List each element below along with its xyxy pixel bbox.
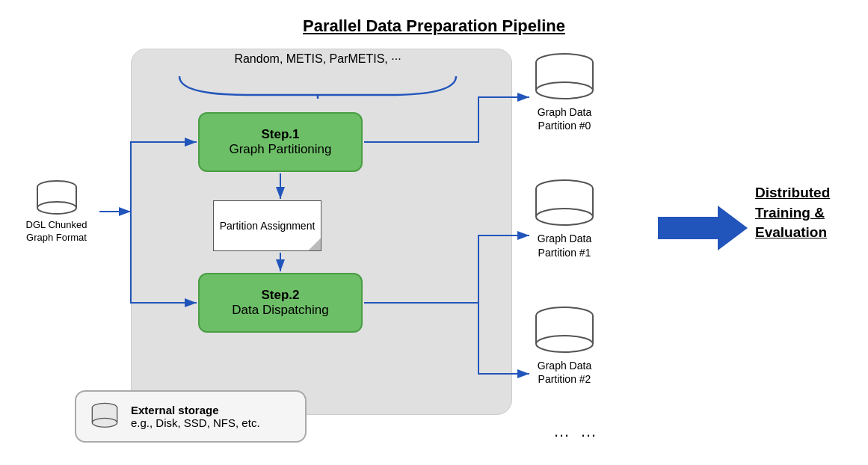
partition-0-cylinder-icon <box>531 52 598 101</box>
partition-0-label: Graph DataPartition #0 <box>538 105 591 132</box>
page-title: Parallel Data Preparation Pipeline <box>150 16 718 36</box>
bracket-label-text: Random, METIS, ParMETIS, ··· <box>234 52 401 65</box>
partition-0-item: Graph DataPartition #0 <box>531 52 598 132</box>
svg-point-5 <box>37 202 76 214</box>
curly-brace-icon <box>172 73 464 99</box>
partition-2-label: Graph DataPartition #2 <box>538 359 591 386</box>
big-arrow-icon <box>658 206 748 250</box>
svg-point-20 <box>536 336 593 352</box>
dgl-cylinder-icon <box>34 179 79 215</box>
step1-label-line1: Step.1 <box>261 127 299 142</box>
external-storage-line2: e.g., Disk, SSD, NFS, etc. <box>131 416 260 429</box>
ellipsis-label: … … <box>553 422 600 441</box>
external-storage-line1: External storage <box>131 404 260 416</box>
dgl-box: DGL Chunked Graph Format <box>13 178 99 245</box>
svg-marker-21 <box>658 206 748 250</box>
partition-note-text: Partition Assignment <box>220 219 316 232</box>
step1-box: Step.1 Graph Partitioning <box>198 112 363 172</box>
external-storage-box: External storage e.g., Disk, SSD, NFS, e… <box>75 390 307 443</box>
step1-label-line2: Graph Partitioning <box>229 142 331 157</box>
svg-point-15 <box>536 209 593 225</box>
step2-label-line1: Step.2 <box>261 288 299 303</box>
partition-1-label: Graph DataPartition #1 <box>538 232 591 259</box>
step2-label-line2: Data Dispatching <box>232 303 328 318</box>
partition-1-item: Graph DataPartition #1 <box>531 179 598 259</box>
pipeline-box <box>131 49 512 415</box>
distributed-line2: Training & <box>755 203 830 224</box>
external-storage-cylinder-icon <box>90 401 120 431</box>
step2-box: Step.2 Data Dispatching <box>198 273 363 333</box>
diagram-container: Parallel Data Preparation Pipeline Rando… <box>0 7 868 465</box>
right-cylinders: Graph DataPartition #0 Graph DataPartiti… <box>531 52 598 386</box>
partition-note: Partition Assignment <box>213 200 321 251</box>
dgl-label-line2: Graph Format <box>26 232 87 244</box>
distributed-line1: Distributed <box>755 183 830 203</box>
svg-point-10 <box>536 82 593 99</box>
distributed-line3: Evaluation <box>755 223 830 243</box>
bracket-label: Random, METIS, ParMETIS, ··· <box>172 52 464 66</box>
partition-2-item: Graph DataPartition #2 <box>531 306 598 386</box>
partition-2-cylinder-icon <box>531 306 598 354</box>
dgl-label-line1: DGL Chunked <box>26 219 87 232</box>
svg-point-26 <box>92 418 117 427</box>
partition-1-cylinder-icon <box>531 179 598 227</box>
distributed-label: Distributed Training & Evaluation <box>755 183 830 243</box>
